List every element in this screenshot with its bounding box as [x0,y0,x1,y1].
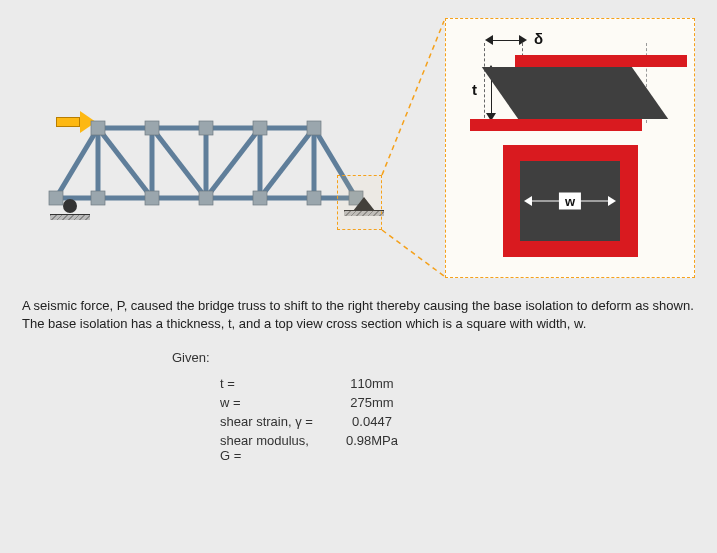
value-cell: 0.0447 [317,413,427,430]
table-row: w = 275mm [220,394,427,411]
svg-rect-18 [307,191,321,205]
t-label: t [472,81,477,98]
svg-rect-21 [145,121,159,135]
value-cell: 0.98MPa [317,432,427,464]
value-cell: 110mm [317,375,427,392]
elastomer-block [482,67,668,119]
svg-line-26 [382,230,444,276]
svg-line-9 [98,128,152,198]
delta-dimension-arrow-icon [485,35,527,45]
delta-label: δ [534,30,543,47]
diagram-area: δ t w [22,18,695,283]
table-row: shear modulus, G = 0.98MPa [220,432,427,464]
svg-line-11 [206,128,260,198]
svg-rect-23 [253,121,267,135]
w-label: w [559,193,581,210]
callout-box [337,175,382,230]
given-heading: Given: [172,350,695,365]
roller-support-icon [50,199,90,220]
value-cell: 275mm [317,394,427,411]
problem-description: A seismic force, P, caused the bridge tr… [22,297,695,332]
svg-rect-22 [199,121,213,135]
svg-rect-17 [253,191,267,205]
svg-rect-15 [145,191,159,205]
top-plate [515,55,687,67]
svg-line-2 [56,128,98,198]
bottom-plate [470,119,642,131]
base-isolation-detail: δ t w [445,18,695,278]
given-section: Given: t = 110mm w = 275mm shear strain,… [172,350,695,466]
shear-deformation-diagram: δ t [460,29,680,139]
svg-rect-24 [307,121,321,135]
truss-illustration [22,53,422,213]
svg-line-10 [152,128,206,198]
svg-rect-16 [199,191,213,205]
param-cell: t = [220,375,315,392]
table-row: t = 110mm [220,375,427,392]
table-row: shear strain, γ = 0.0447 [220,413,427,430]
svg-line-12 [260,128,314,198]
param-cell: w = [220,394,315,411]
plan-view-diagram: w [503,145,638,257]
param-cell: shear strain, γ = [220,413,315,430]
svg-rect-14 [91,191,105,205]
param-cell: shear modulus, G = [220,432,315,464]
svg-rect-20 [91,121,105,135]
given-table: t = 110mm w = 275mm shear strain, γ = 0.… [218,373,429,466]
